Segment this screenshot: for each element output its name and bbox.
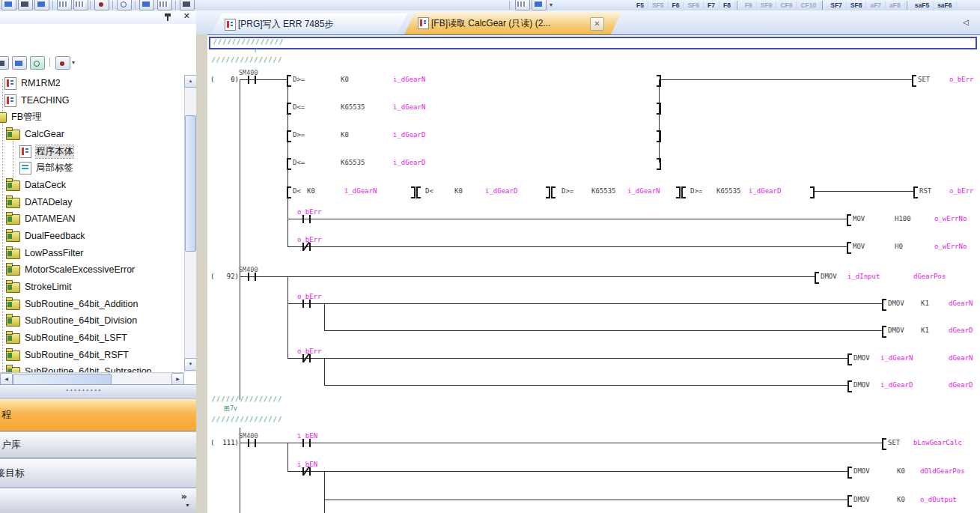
fkey-button[interactable]: F8 <box>719 1 735 9</box>
ladder-editor-canvas[interactable]: /////////////// r /////////////// ( 0) S… <box>207 34 980 513</box>
doc-icon[interactable] <box>0 56 9 70</box>
folder-icon <box>6 231 20 242</box>
toolbar-separator <box>49 58 50 67</box>
monitor-icon[interactable] <box>139 0 154 10</box>
fkey-button[interactable]: CF10 <box>797 1 821 9</box>
tree-item[interactable]: TEACHING <box>0 92 184 109</box>
filter-icon[interactable] <box>55 56 70 70</box>
search-icon[interactable] <box>117 0 132 10</box>
record-icon[interactable] <box>94 0 109 10</box>
bracket <box>882 299 886 311</box>
pin-icon[interactable] <box>163 13 171 21</box>
fkey-button[interactable]: aF8 <box>886 1 905 9</box>
tab-scroll-left-icon[interactable]: ◁ <box>963 18 969 26</box>
window-cascade-icon[interactable] <box>515 0 530 10</box>
bracket <box>882 326 886 338</box>
toolbar-separator <box>135 1 136 10</box>
cmp-op: D<= <box>293 103 305 111</box>
tree-item[interactable]: DATADelay <box>0 194 184 210</box>
cmp-operand: K65535 <box>341 159 365 166</box>
fkey-button[interactable]: saF6 <box>934 1 956 9</box>
tree-item[interactable]: RM1RM2 <box>0 75 184 91</box>
nav-button-connection-destination[interactable]: 接目标 <box>0 458 196 488</box>
grid3-icon[interactable] <box>157 0 172 10</box>
tree-item[interactable]: LowPassFilter <box>0 245 184 261</box>
fkey-button[interactable]: F6 <box>669 1 684 9</box>
wire <box>240 276 815 277</box>
fkey-button[interactable]: SF5 <box>648 1 669 9</box>
fkey-button[interactable]: CF9 <box>776 1 797 9</box>
tree-item[interactable]: 程序本体 <box>0 143 184 160</box>
fkey-button[interactable]: SF9 <box>757 1 777 9</box>
tree-item[interactable]: DATAMEAN <box>0 210 184 227</box>
grid2-icon[interactable] <box>73 0 88 10</box>
instr-op: DMOV <box>821 273 837 280</box>
panel-header: ✕ <box>0 10 196 24</box>
contact-no <box>248 273 256 281</box>
fkey-button[interactable]: SF8 <box>847 1 867 9</box>
instr-op: DMOV <box>888 300 904 307</box>
nav-button-project[interactable]: 程 <box>0 398 196 431</box>
chevron-down-icon[interactable]: ▼ <box>185 503 190 508</box>
tab-fb-read-calcgear[interactable]: [FB]读取 CalcGear (只读) (2... ✕ <box>404 12 621 34</box>
panel-close-button[interactable]: ✕ <box>183 11 190 21</box>
window-icon[interactable] <box>1 0 16 10</box>
tree-item[interactable]: FB管理 <box>0 109 184 125</box>
horizontal-scroll-thumb[interactable] <box>13 374 112 385</box>
fkey-button[interactable]: F5 <box>633 1 648 9</box>
layout-icon[interactable] <box>34 0 49 10</box>
info-icon[interactable] <box>12 56 27 70</box>
fkey-button[interactable]: SF6 <box>684 1 704 9</box>
tree-item[interactable]: MotorScaleExcessiveError <box>0 261 184 278</box>
folder-icon <box>6 249 20 259</box>
contact-nc <box>302 467 311 476</box>
scroll-up-button[interactable]: ▲ <box>184 75 197 88</box>
branch-rail <box>324 303 325 330</box>
fkey-button[interactable]: saF5 <box>911 1 934 9</box>
tree-item[interactable]: DataCeck <box>0 177 184 193</box>
tree-item[interactable]: StrokeLimit <box>0 279 184 295</box>
fkey-button[interactable]: SF7 <box>827 1 847 9</box>
tree-item[interactable]: SubRoutine_64bit_RSFT <box>0 347 184 363</box>
scroll-down-button[interactable]: ▼ <box>184 358 197 371</box>
bracket <box>847 353 852 365</box>
tree-item[interactable]: DualFeedback <box>0 228 184 244</box>
instr-device: dGearN <box>949 300 973 307</box>
grid-icon[interactable] <box>57 0 72 10</box>
instr-operand: i_dGearD <box>880 381 913 389</box>
window-tile-icon[interactable] <box>532 0 547 10</box>
nav-button-user-library[interactable]: 户库 <box>0 431 196 458</box>
tree-item[interactable]: CalcGear <box>0 126 184 142</box>
cmp-operand: K0 <box>341 76 349 83</box>
tab-prg-write[interactable]: [PRG]写入 ERR 7485步 <box>211 13 407 34</box>
tree-item[interactable]: 局部标签 <box>0 160 184 176</box>
overflow-chevron-icon[interactable]: » <box>181 491 187 502</box>
label-file-icon <box>19 162 31 174</box>
tree-item[interactable]: SubRoutine_64bit_Addition <box>0 296 184 312</box>
panel-splitter[interactable]: ········· <box>0 384 196 398</box>
branch-rail <box>324 471 325 513</box>
refresh-icon[interactable] <box>30 56 45 70</box>
instr-device: dGearD <box>949 327 973 334</box>
bracket <box>287 158 291 170</box>
fkey-button[interactable]: F9 <box>741 1 757 9</box>
fkey-button[interactable]: F7 <box>704 1 719 9</box>
dropdown-arrow-icon[interactable]: ▾ <box>72 59 75 66</box>
project-icon[interactable] <box>180 0 195 10</box>
cmp-operand: K65535 <box>716 187 741 195</box>
save-icon[interactable] <box>18 0 33 10</box>
cmp-op: D>= <box>293 76 305 83</box>
contact-nc <box>302 354 311 362</box>
tab-close-button[interactable]: ✕ <box>590 17 604 31</box>
bracket <box>847 214 851 226</box>
dropdown-arrow-icon[interactable]: ▾ <box>550 1 553 8</box>
cmp-operand: K0 <box>341 131 349 139</box>
ladder-doc-icon <box>418 17 429 29</box>
tree-item[interactable]: SubRoutine_64bit_LSFT <box>0 330 184 346</box>
tree-item[interactable]: SubRoutine_64bit_Division <box>0 312 184 329</box>
contact-no <box>248 76 256 84</box>
contact-no <box>248 439 256 447</box>
bracket <box>681 186 686 198</box>
vertical-scroll-thumb[interactable] <box>185 115 196 252</box>
fkey-button[interactable]: aF7 <box>866 1 886 9</box>
